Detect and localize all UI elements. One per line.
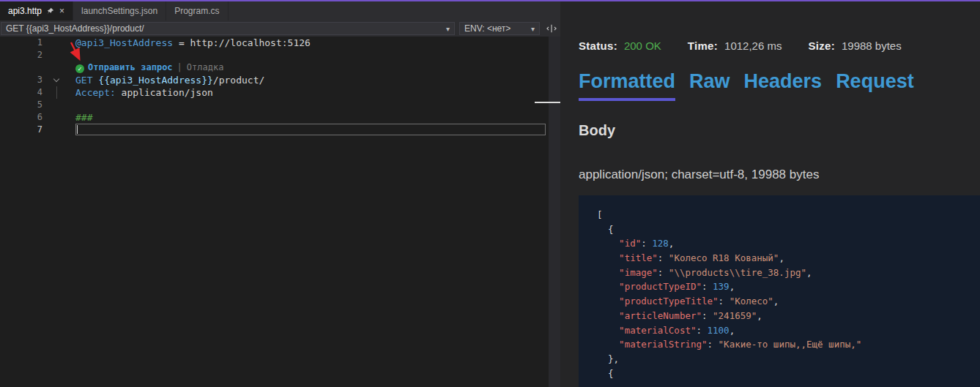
json-token: ,	[773, 296, 779, 307]
editor-line: 7	[0, 124, 549, 136]
fold-chevron-icon[interactable]	[53, 76, 59, 82]
json-line: "id": 128,	[597, 236, 973, 251]
tab-label: api3.http	[8, 6, 42, 16]
json-body[interactable]: [ { "id": 128, "title": "Колесо R18 Кова…	[579, 195, 980, 387]
json-token: :	[719, 296, 730, 307]
window-accent-border	[0, 0, 980, 1]
line-text: Accept: application/json	[64, 86, 549, 99]
json-token: ,	[730, 325, 735, 336]
response-tab-headers[interactable]: Headers	[744, 70, 823, 101]
pin-icon[interactable]	[46, 7, 54, 15]
editor-pane: api3.http×launchSettings.jsonProgram.cs …	[0, 1, 560, 387]
response-tab-request[interactable]: Request	[836, 70, 914, 101]
json-line: {	[597, 222, 973, 237]
json-token: "productTypeID"	[619, 281, 702, 292]
json-token: :	[702, 281, 713, 292]
content-type-line: application/json; charset=utf-8, 19988 b…	[579, 168, 819, 182]
json-token: "Колесо"	[730, 296, 773, 307]
editor-line: 5	[0, 99, 549, 111]
tab-label: launchSettings.json	[81, 6, 157, 16]
close-icon[interactable]: ×	[59, 6, 64, 16]
fold-column	[51, 49, 64, 61]
json-token: :	[658, 267, 669, 278]
status-row: Status: 200 OK Time: 1012,26 ms Size: 19…	[579, 40, 902, 52]
line-number: 2	[0, 49, 51, 61]
code-token: ###	[75, 112, 92, 123]
tab-program.cs[interactable]: Program.cs	[166, 1, 228, 20]
time-value: 1012,26 ms	[724, 40, 782, 52]
line-number: 7	[0, 124, 51, 136]
json-token: :	[658, 252, 669, 263]
response-tab-formatted[interactable]: Formatted	[579, 70, 675, 101]
json-token: "id"	[619, 238, 641, 249]
environment-selector[interactable]: ENV: <нет> ▾	[459, 22, 540, 35]
line-text: ✓Отправить запрос|Отладка	[64, 61, 549, 74]
json-line: "articleNumber": "241659",	[597, 309, 973, 323]
json-token	[597, 296, 619, 307]
codelens-separator: |	[177, 62, 182, 72]
line-number: 5	[0, 99, 51, 111]
json-token: ,	[669, 238, 675, 249]
json-token: [	[597, 209, 603, 220]
send-request-link[interactable]: Отправить запрос	[88, 62, 173, 72]
response-tab-raw[interactable]: Raw	[689, 70, 730, 101]
json-line: {	[597, 367, 973, 381]
json-token: 139	[713, 281, 730, 292]
fold-column	[51, 86, 64, 99]
json-token: :	[641, 238, 652, 249]
chevron-down-icon: ▾	[531, 25, 535, 33]
request-toolbar: GET {{api3_HostAddress}}/product/ ▾ ENV:…	[0, 20, 560, 37]
chevron-down-icon: ▾	[446, 25, 450, 33]
json-token: },	[597, 353, 619, 364]
json-token	[597, 252, 619, 263]
size-label: Size:	[808, 40, 835, 52]
json-token: ,	[757, 310, 762, 321]
json-token: "materialString"	[619, 339, 707, 350]
size-value: 19988 bytes	[842, 40, 902, 52]
fold-guide	[56, 86, 57, 99]
request-selector-value: GET {{api3_HostAddress}}/product/	[6, 23, 144, 34]
editor-line: 6###	[0, 111, 549, 124]
fold-column	[51, 74, 64, 86]
json-token	[597, 267, 619, 278]
json-line: "productTypeID": 139,	[597, 279, 973, 294]
vs-window: api3.http×launchSettings.jsonProgram.cs …	[0, 0, 980, 387]
json-token: :	[702, 310, 713, 321]
time-label: Time:	[688, 40, 718, 52]
code-token: /product/	[213, 75, 264, 86]
json-token: 128	[652, 238, 669, 249]
tab-label: Program.cs	[174, 6, 219, 16]
fold-column	[51, 111, 64, 124]
red-arrow-annotation	[66, 38, 91, 67]
tab-bar: api3.http×launchSettings.jsonProgram.cs	[0, 1, 560, 20]
scrollbar-position-marker	[535, 102, 560, 103]
json-line: "productTypeTitle": "Колесо",	[597, 294, 973, 309]
tab-launchsettings.json[interactable]: launchSettings.json	[73, 1, 166, 20]
body-heading: Body	[579, 122, 615, 139]
line-number: 3	[0, 74, 51, 86]
line-number: 4	[0, 86, 51, 99]
json-line: "image": "\\products\\tire_38.jpg",	[597, 266, 973, 280]
status-value: 200 OK	[624, 40, 661, 52]
vertical-scrollbar[interactable]	[549, 37, 560, 387]
fold-column	[51, 124, 64, 136]
line-number: 1	[0, 37, 51, 49]
debug-link[interactable]: Отладка	[187, 62, 224, 72]
editor-code[interactable]: 1@api3_HostAddress = http://localhost:51…	[0, 37, 549, 387]
response-tabs: FormattedRawHeadersRequest	[579, 70, 914, 101]
line-number	[0, 61, 51, 74]
code-token: GET	[75, 75, 98, 86]
tab-api3.http[interactable]: api3.http×	[0, 1, 73, 20]
line-text	[64, 99, 549, 111]
code-token: Accept:	[75, 87, 116, 98]
code-token: {{api3_HostAddress}}	[98, 75, 213, 86]
json-token: "materialCost"	[619, 325, 696, 336]
json-token: "productTypeTitle"	[619, 296, 718, 307]
json-token	[597, 339, 619, 350]
current-line-border	[75, 124, 546, 135]
code-token: application/json	[116, 87, 213, 98]
request-selector[interactable]: GET {{api3_HostAddress}}/product/ ▾	[1, 22, 455, 35]
json-token: "image"	[619, 267, 658, 278]
split-view-icon[interactable]	[546, 23, 557, 34]
line-text: ###	[64, 111, 549, 124]
